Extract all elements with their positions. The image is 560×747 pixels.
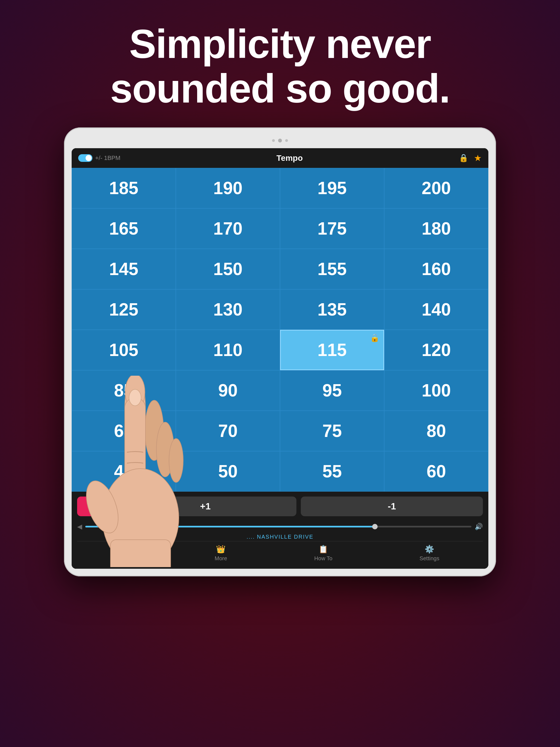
tab-how-to[interactable]: 📋 How To: [314, 545, 332, 562]
tempo-cell-45[interactable]: 45: [72, 451, 176, 492]
tempo-cell-60[interactable]: 60: [384, 451, 488, 492]
tablet-dot-1: [272, 139, 275, 142]
tempo-cell-170[interactable]: 170: [176, 208, 280, 249]
prev-button[interactable]: ◀: [77, 523, 82, 531]
more-icon: 👑: [216, 545, 226, 554]
progress-area: ◀ 🔊: [77, 521, 483, 534]
tempo-cell-50[interactable]: 50: [176, 451, 280, 492]
red-button[interactable]: [77, 496, 110, 516]
tab-more[interactable]: 👑 More: [215, 545, 227, 562]
app-navbar: +/- 1BPM Tempo 🔒 ★: [72, 148, 488, 168]
tab-settings[interactable]: ⚙️ Settings: [419, 545, 439, 562]
tempo-cell-65[interactable]: 65: [72, 411, 176, 451]
tempo-cell-150[interactable]: 150: [176, 249, 280, 289]
tempo-cell-125[interactable]: 125: [72, 289, 176, 330]
tempo-cell-140[interactable]: 140: [384, 289, 488, 330]
volume-icon[interactable]: 🔊: [475, 523, 483, 531]
navbar-right: 🔒 ★: [459, 153, 482, 163]
tempo-cell-155[interactable]: 155: [280, 249, 384, 289]
tempo-cell-115[interactable]: 115🔒: [280, 330, 384, 370]
tablet-screen: +/- 1BPM Tempo 🔒 ★ 185190195200165170175…: [72, 148, 488, 569]
bpm-toggle[interactable]: [78, 154, 93, 162]
settings-label: Settings: [419, 555, 439, 562]
tempo-cell-120[interactable]: 120: [384, 330, 488, 370]
favorites-icon: ★: [121, 548, 127, 558]
tempo-cell-55[interactable]: 55: [280, 451, 384, 492]
tempo-grid: 1851901952001651701751801451501551601251…: [72, 168, 488, 492]
app-title: Tempo: [276, 153, 303, 163]
tablet: +/- 1BPM Tempo 🔒 ★ 185190195200165170175…: [64, 127, 496, 576]
tempo-cell-70[interactable]: 70: [176, 411, 280, 451]
tempo-cell-180[interactable]: 180: [384, 208, 488, 249]
tablet-camera-area: [72, 135, 488, 146]
tempo-buttons: +1 -1: [77, 496, 483, 516]
tempo-cell-200[interactable]: 200: [384, 168, 488, 208]
star-icon[interactable]: ★: [474, 153, 482, 163]
progress-fill: [85, 526, 375, 527]
tablet-wrapper: +/- 1BPM Tempo 🔒 ★ 185190195200165170175…: [64, 127, 496, 576]
headline-line2: sounded so good.: [0, 67, 560, 111]
lock-icon[interactable]: 🔒: [459, 153, 468, 162]
tempo-cell-80[interactable]: 80: [384, 411, 488, 451]
tempo-cell-130[interactable]: 130: [176, 289, 280, 330]
cell-lock-icon: 🔒: [370, 333, 380, 342]
tempo-cell-90[interactable]: 90: [176, 370, 280, 411]
track-name: .... NASHVILLE DRIVE: [77, 534, 483, 541]
tempo-cell-160[interactable]: 160: [384, 249, 488, 289]
bottom-controls: +1 -1 ◀ 🔊 .... NASHVILLE DRIVE ★: [72, 492, 488, 569]
tempo-cell-185[interactable]: 185: [72, 168, 176, 208]
settings-icon: ⚙️: [425, 545, 434, 554]
tablet-camera: [278, 138, 282, 143]
how-to-icon: 📋: [319, 545, 328, 554]
headline-line1: Simplicity never: [0, 22, 560, 67]
tempo-cell-190[interactable]: 190: [176, 168, 280, 208]
tempo-cell-100[interactable]: 100: [384, 370, 488, 411]
navbar-left: +/- 1BPM: [78, 154, 120, 162]
tempo-cell-145[interactable]: 145: [72, 249, 176, 289]
tab-favorites[interactable]: ★: [121, 548, 127, 558]
progress-dot: [372, 524, 378, 530]
tempo-cell-85[interactable]: 85: [72, 370, 176, 411]
how-to-label: How To: [314, 555, 332, 562]
plus-button[interactable]: +1: [114, 496, 297, 516]
headline: Simplicity never sounded so good.: [0, 0, 560, 127]
tab-bar: ★ 👑 More 📋 How To ⚙️ Settings: [77, 541, 483, 566]
tempo-cell-135[interactable]: 135: [280, 289, 384, 330]
tempo-cell-195[interactable]: 195: [280, 168, 384, 208]
tempo-cell-110[interactable]: 110: [176, 330, 280, 370]
minus-button[interactable]: -1: [301, 496, 483, 516]
tempo-cell-105[interactable]: 105: [72, 330, 176, 370]
more-label: More: [215, 555, 227, 562]
tempo-cell-95[interactable]: 95: [280, 370, 384, 411]
tempo-cell-75[interactable]: 75: [280, 411, 384, 451]
progress-bar[interactable]: [85, 526, 472, 527]
tempo-cell-165[interactable]: 165: [72, 208, 176, 249]
tempo-cell-175[interactable]: 175: [280, 208, 384, 249]
bpm-label: +/- 1BPM: [95, 154, 120, 162]
tablet-dot-2: [285, 139, 288, 142]
